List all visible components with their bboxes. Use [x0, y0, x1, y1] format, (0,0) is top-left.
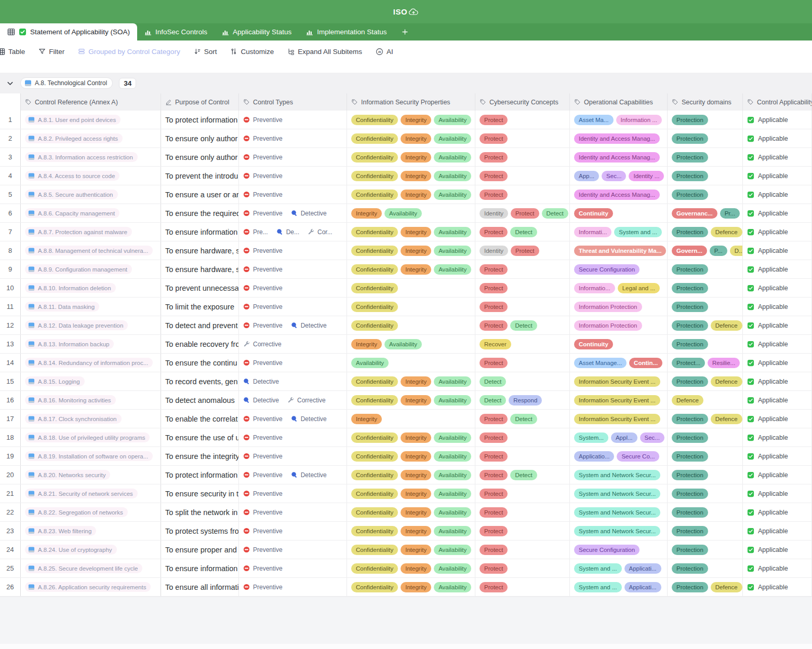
tag-pill[interactable]: Availability	[384, 339, 422, 349]
cybersecurity-concepts-cell[interactable]: Protect	[475, 148, 570, 166]
tag-pill[interactable]: Confidentiality	[351, 489, 398, 499]
control-types-cell[interactable]: PreventiveDetective	[239, 204, 347, 222]
linked-record-chip[interactable]: A.8.18. Use of privileged utility progra…	[25, 432, 150, 442]
linked-record-chip[interactable]: A.8.5. Secure authentication	[25, 190, 118, 199]
control-applicability-cell[interactable]: Applicable	[743, 185, 812, 204]
tag-pill[interactable]: Protect	[480, 563, 508, 574]
tag-pill[interactable]: Protection	[672, 414, 708, 424]
tag-pill[interactable]: Integrity	[351, 208, 382, 219]
control-type-item[interactable]: Detective	[291, 322, 327, 329]
tag-pill[interactable]: Availability	[434, 376, 471, 387]
operational-capabilities-cell[interactable]: Continuity	[570, 204, 668, 222]
control-applicability-cell[interactable]: Applicable	[743, 335, 812, 353]
tag-pill[interactable]: Detect	[510, 470, 537, 480]
tag-pill[interactable]: Protection	[672, 171, 708, 181]
control-type-item[interactable]: De...	[276, 228, 299, 236]
purpose-cell[interactable]: To record events, gen	[161, 372, 239, 390]
column-header-purpose-of-control[interactable]: Purpose of Control	[161, 93, 239, 111]
tag-pill[interactable]: Detect	[510, 414, 537, 424]
control-types-cell[interactable]: Preventive	[239, 503, 347, 521]
control-types-cell[interactable]: Detective	[239, 372, 347, 390]
column-header-information-security-properties[interactable]: Information Security Properties	[347, 93, 475, 111]
tag-pill[interactable]: Information Security Event ...	[574, 414, 660, 424]
tag-pill[interactable]: Protect	[480, 545, 508, 555]
tag-pill[interactable]: Resilie...	[708, 358, 740, 368]
applicable-value[interactable]: Applicable	[747, 322, 788, 329]
control-type-item[interactable]: Corrective	[287, 397, 326, 404]
applicable-value[interactable]: Applicable	[747, 415, 788, 423]
row-number[interactable]: 16	[0, 391, 21, 409]
control-applicability-cell[interactable]: Applicable	[743, 447, 812, 465]
cybersecurity-concepts-cell[interactable]: Recover	[475, 335, 570, 353]
control-applicability-cell[interactable]: Applicable	[743, 279, 812, 297]
control-type-item[interactable]: Preventive	[243, 546, 283, 553]
tag-pill[interactable]: Secure Configuration	[574, 545, 640, 555]
tag-pill[interactable]: Confidentiality	[351, 545, 398, 555]
control-type-item[interactable]: Preventive	[243, 528, 283, 535]
cybersecurity-concepts-cell[interactable]: Protect	[475, 260, 570, 278]
control-reference-cell[interactable]: A.8.2. Privileged access rights	[21, 129, 161, 147]
add-view-button[interactable]	[394, 23, 416, 40]
tag-pill[interactable]: Protection	[672, 563, 708, 574]
control-reference-cell[interactable]: A.8.8. Management of technical vulnera..…	[21, 241, 161, 260]
infosec-properties-cell[interactable]: ConfidentialityIntegrityAvailability	[347, 503, 475, 521]
control-types-cell[interactable]: Preventive	[239, 111, 347, 129]
infosec-properties-cell[interactable]: ConfidentialityIntegrityAvailability	[347, 540, 475, 559]
control-applicability-cell[interactable]: Applicable	[743, 410, 812, 428]
control-applicability-cell[interactable]: Applicable	[743, 522, 812, 540]
purpose-cell[interactable]: To protect information	[161, 466, 239, 484]
tag-pill[interactable]: Availability	[351, 358, 389, 368]
infosec-properties-cell[interactable]: ConfidentialityIntegrityAvailability	[347, 578, 475, 596]
cybersecurity-concepts-cell[interactable]: Protect	[475, 559, 570, 577]
purpose-cell[interactable]: To ensure information	[161, 223, 239, 241]
security-domains-cell[interactable]: Protection	[668, 185, 743, 204]
purpose-cell[interactable]: To enable the correlat	[161, 410, 239, 428]
tag-pill[interactable]: Sec...	[640, 432, 664, 443]
operational-capabilities-cell[interactable]: System and Network Secur...	[570, 484, 668, 503]
infosec-properties-cell[interactable]: Confidentiality	[347, 298, 475, 316]
control-types-cell[interactable]: Preventive	[239, 578, 347, 596]
tag-pill[interactable]: Integrity	[401, 582, 431, 592]
tag-pill[interactable]: Defence	[711, 582, 742, 592]
control-type-item[interactable]: Preventive	[243, 471, 283, 479]
tag-pill[interactable]: Availability	[384, 208, 422, 219]
cybersecurity-concepts-cell[interactable]: Protect	[475, 540, 570, 559]
tag-pill[interactable]: Contin...	[629, 358, 662, 368]
tag-pill[interactable]: Protection	[672, 227, 708, 237]
control-types-cell[interactable]: Preventive	[239, 354, 347, 372]
linked-record-chip[interactable]: A.8.17. Clock synchronisation	[25, 414, 122, 424]
tag-pill[interactable]: Confidentiality	[351, 470, 398, 480]
tag-pill[interactable]: Integrity	[401, 545, 431, 555]
operational-capabilities-cell[interactable]: Identity and Access Manag...	[570, 185, 668, 204]
control-type-item[interactable]: Preventive	[243, 210, 283, 217]
security-domains-cell[interactable]: Protection	[668, 466, 743, 484]
security-domains-cell[interactable]: Protection	[668, 298, 743, 316]
control-applicability-cell[interactable]: Applicable	[743, 298, 812, 316]
operational-capabilities-cell[interactable]: Continuity	[570, 335, 668, 353]
tag-pill[interactable]: Legal and ...	[618, 283, 660, 293]
cybersecurity-concepts-cell[interactable]: Protect	[475, 428, 570, 447]
control-applicability-cell[interactable]: Applicable	[743, 111, 812, 129]
applicable-value[interactable]: Applicable	[747, 378, 788, 385]
applicable-value[interactable]: Applicable	[747, 565, 788, 572]
infosec-properties-cell[interactable]: ConfidentialityIntegrityAvailability	[347, 260, 475, 278]
tag-pill[interactable]: Protect	[511, 246, 539, 256]
tag-pill[interactable]: Protect	[480, 432, 508, 443]
tag-pill[interactable]: Threat and Vulnerability Ma...	[574, 246, 666, 256]
control-applicability-cell[interactable]: Applicable	[743, 559, 812, 577]
cybersecurity-concepts-cell[interactable]: Protect	[475, 484, 570, 503]
cybersecurity-concepts-cell[interactable]: ProtectDetect	[475, 410, 570, 428]
tag-pill[interactable]: Integrity	[351, 414, 382, 424]
operational-capabilities-cell[interactable]: Informati...System and ...	[570, 223, 668, 241]
purpose-cell[interactable]: To prevent unnecessa	[161, 279, 239, 297]
tab-statement-of-applicability-soa[interactable]: Statement of Applicability (SOA)	[0, 23, 137, 40]
control-types-cell[interactable]: DetectiveCorrective	[239, 391, 347, 409]
control-type-item[interactable]: Preventive	[243, 172, 283, 180]
control-reference-cell[interactable]: A.8.17. Clock synchronisation	[21, 410, 161, 428]
tag-pill[interactable]: Detect	[510, 320, 537, 331]
purpose-cell[interactable]: To ensure security in t	[161, 484, 239, 503]
applicable-value[interactable]: Applicable	[747, 247, 788, 254]
cybersecurity-concepts-cell[interactable]: IdentityProtectDetect	[475, 204, 570, 222]
tag-pill[interactable]: Confidentiality	[351, 190, 398, 200]
tag-pill[interactable]: Confidentiality	[351, 320, 398, 331]
